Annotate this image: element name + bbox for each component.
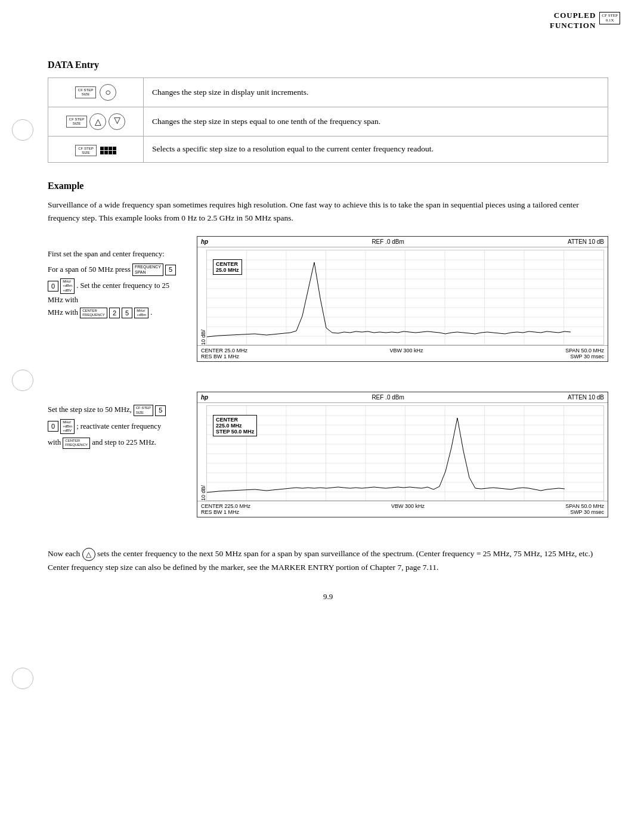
page-header: COUPLED FUNCTION CF STEP0.1X xyxy=(550,11,620,31)
atten-label-1: ATTEN 10 dB xyxy=(568,238,604,245)
hp-label-2: hp xyxy=(201,394,208,401)
spectrum-header-1: hp REF .0 dBm ATTEN 10 dB xyxy=(197,237,608,247)
table-row: CF STEPSIZE ○ Changes the step size in d… xyxy=(48,78,608,107)
spectrum-display-1: hp REF .0 dBm ATTEN 10 dB 10 dB/ xyxy=(197,236,608,362)
data-entry-title: DATA Entry xyxy=(48,60,608,70)
example-right-2: hp REF .0 dBm ATTEN 10 dB 10 dB/ xyxy=(197,392,608,529)
grid-svg-1 xyxy=(207,250,603,345)
footer-center-1: CENTER 25.0 MHz xyxy=(201,348,247,354)
header-badge: CF STEP0.1X xyxy=(599,12,620,24)
margin-decoration-3 xyxy=(12,668,33,689)
example-block-1: First set the span and center frequency:… xyxy=(48,236,608,374)
key-5-1: 5 xyxy=(165,265,176,275)
bottom-text: Now each △ sets the center frequency to … xyxy=(48,547,608,574)
block2-line3: with CENTERFREQUENCY and step to 225 MHz… xyxy=(48,436,179,449)
data-entry-table: CF STEPSIZE ○ Changes the step size in d… xyxy=(48,77,608,163)
footer-swp-2: SWP 30 msec xyxy=(565,509,604,515)
key-0-2: 0 xyxy=(48,421,58,432)
scale-label-2: 10 dB/ xyxy=(201,405,206,501)
center-freq-key-1: CENTERFREQUENCY xyxy=(80,308,107,318)
cfstep-key-1: CF STEPSIZE xyxy=(75,86,96,98)
key-5-2: 5 xyxy=(122,308,132,318)
footer-right-2: SPAN 50.0 MHz SWP 30 msec xyxy=(565,503,604,515)
mhz-key-2: MHz/+dBm xyxy=(134,308,148,318)
center-overlay-1: CENTER 25.0 MHz xyxy=(213,259,242,275)
center-overlay-2: CENTER 225.0 MHz STEP 50.0 MHz xyxy=(213,415,257,436)
grid-svg-2 xyxy=(207,406,603,500)
up-arrow-key: △ xyxy=(89,113,106,130)
block1-line2: 0 MHz/+dBm+dBV . Set the center frequenc… xyxy=(48,278,179,319)
cfstep-key-3: CF STEPSIZE xyxy=(75,145,96,156)
mhz-key-3: MHz/+dBm+dBV xyxy=(60,419,75,435)
footer-center-2: CENTER 225.0 MHz xyxy=(201,503,250,509)
block1-text-before: First set the span and center frequency: xyxy=(48,248,179,261)
spectrum-footer-1: CENTER 25.0 MHz RES BW 1 MHz VBW 300 kHz… xyxy=(197,345,608,361)
example-title: Example xyxy=(48,181,608,191)
header-subtitle: FUNCTION xyxy=(550,21,596,31)
ref-label-2: REF .0 dBm xyxy=(371,394,404,401)
cfstep-key-2: CF STEPSIZE xyxy=(66,116,87,127)
margin-decoration-2 xyxy=(12,370,33,391)
spectrum-header-2: hp REF .0 dBm ATTEN 10 dB xyxy=(197,392,608,403)
table-row: CF STEPSIZE △ △ Changes the step size in… xyxy=(48,107,608,137)
footer-left-2: CENTER 225.0 MHz RES BW 1 MHz xyxy=(201,503,250,515)
icon-cell-2: CF STEPSIZE △ △ xyxy=(48,107,144,137)
center-freq-key-2: CENTERFREQUENCY xyxy=(63,438,90,448)
hp-label-1: hp xyxy=(201,238,208,245)
footer-right-1: SPAN 50.0 MHz SWP 30 msec xyxy=(565,348,604,359)
icon-cell-1: CF STEPSIZE ○ xyxy=(48,78,144,107)
up-arrow-bottom: △ xyxy=(82,548,95,561)
example-intro: Surveillance of a wide frequency span so… xyxy=(48,199,608,224)
down-arrow-key: △ xyxy=(109,113,125,130)
circle-key-1: ○ xyxy=(100,84,116,101)
page-number: 9.9 xyxy=(48,592,608,602)
footer-swp-1: SWP 30 msec xyxy=(565,354,604,359)
atten-label-2: ATTEN 10 dB xyxy=(568,394,604,401)
example-left-1: First set the span and center frequency:… xyxy=(48,236,179,319)
desc-cell-1: Changes the step size in display unit in… xyxy=(144,78,608,107)
ref-label-1: REF .0 dBm xyxy=(371,238,404,245)
key-0-1: 0 xyxy=(48,281,58,292)
footer-span-2: SPAN 50.0 MHz xyxy=(565,503,604,509)
footer-res-1: RES BW 1 MHz xyxy=(201,354,247,359)
desc-cell-3: Selects a specific step size to a resolu… xyxy=(144,137,608,163)
scale-label-1: 10 dB/ xyxy=(201,250,206,345)
footer-vbw-1: VBW 300 kHz xyxy=(390,348,423,359)
footer-vbw-2: VBW 300 kHz xyxy=(391,503,425,515)
cfstep-key-inline: CF STEPSIZE xyxy=(134,405,153,416)
example-right-1: hp REF .0 dBm ATTEN 10 dB 10 dB/ xyxy=(197,236,608,374)
example-left-2: Set the step size to 50 MHz, CF STEPSIZE… xyxy=(48,392,179,449)
example-block-2: Set the step size to 50 MHz, CF STEPSIZE… xyxy=(48,392,608,529)
table-row: CF STEPSIZE Selects a specific step size… xyxy=(48,137,608,163)
example-section: Example Surveillance of a wide frequency… xyxy=(48,181,608,574)
header-title: COUPLED xyxy=(550,11,596,21)
mhz-key-1: MHz/+dBm+dBV xyxy=(60,278,75,294)
key-2-1: 2 xyxy=(109,308,120,318)
icon-cell-3: CF STEPSIZE xyxy=(48,137,144,163)
grid-icon xyxy=(100,147,116,154)
block2-line1: Set the step size to 50 MHz, CF STEPSIZE… xyxy=(48,404,179,416)
freq-span-key: FREQUENCYSPAN xyxy=(132,263,163,276)
spectrum-footer-2: CENTER 225.0 MHz RES BW 1 MHz VBW 300 kH… xyxy=(197,501,608,517)
block2-line2: 0 MHz/+dBm+dBV ; reactivate center frequ… xyxy=(48,419,179,435)
footer-res-2: RES BW 1 MHz xyxy=(201,509,250,515)
spectrum-display-2: hp REF .0 dBm ATTEN 10 dB 10 dB/ xyxy=(197,392,608,517)
block1-line1: For a span of 50 MHz press FREQUENCYSPAN… xyxy=(48,263,179,277)
desc-cell-2: Changes the step size in steps equal to … xyxy=(144,107,608,137)
footer-span-1: SPAN 50.0 MHz xyxy=(565,348,604,354)
key-5-3: 5 xyxy=(155,405,166,416)
margin-decoration-1 xyxy=(12,119,33,141)
footer-left-1: CENTER 25.0 MHz RES BW 1 MHz xyxy=(201,348,247,359)
